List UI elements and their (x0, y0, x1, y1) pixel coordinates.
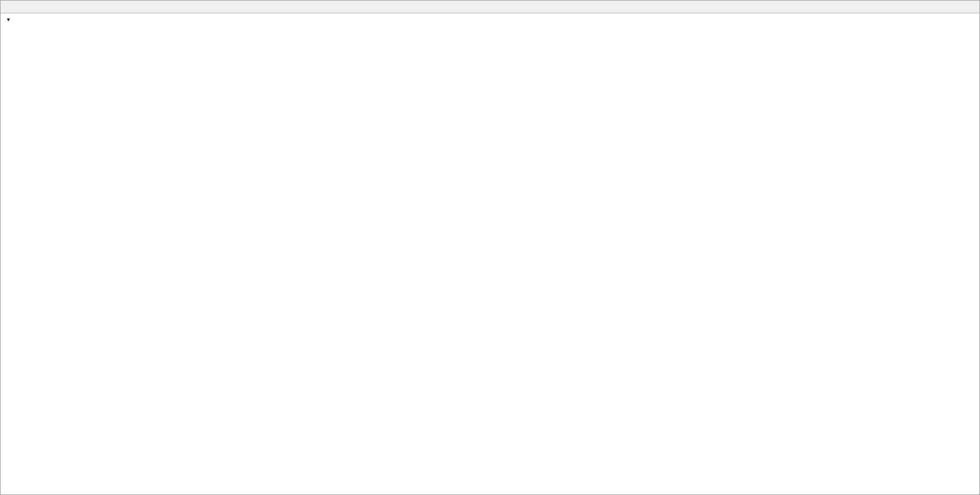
one-click-trading-toggle-icon[interactable]: ▼ (6, 17, 11, 23)
chart-title: ▼ (6, 15, 17, 23)
chart-canvas[interactable] (0, 0, 980, 495)
main-toolbar (0, 0, 980, 13)
